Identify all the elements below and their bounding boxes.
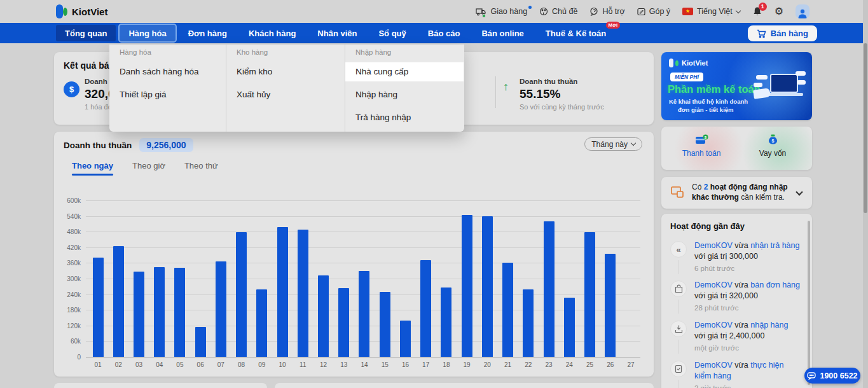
free-badge: MIỄN PHÍ [670,73,703,81]
palette-icon [539,7,548,16]
nav-khach-hang[interactable]: Khách hàng [240,25,305,41]
import-tray-icon [670,321,687,337]
money-bag-icon: $ [768,134,778,145]
chart-bar-day-11 [298,230,308,357]
activity-user-link[interactable]: DemoKOV [694,241,733,250]
quick-actions-card: $ Thanh toán $ Vay vốn [661,127,812,170]
nav-bao-cao[interactable]: Báo cáo [419,25,469,41]
chart-xtick-label: 25 [580,361,600,368]
menu-item-nhap-hang[interactable]: Nhập hàng [345,85,464,104]
chart-xtick-label: 18 [436,361,457,368]
return-arrows-icon: « [670,241,687,258]
document-check-icon [670,361,687,377]
new-badge: Mới [606,22,621,29]
language-selector[interactable]: ★ Tiếng Việt [682,7,740,16]
menu-column-title: Hàng hóa [109,48,226,59]
activity-user-link[interactable]: DemoKOV [694,361,733,370]
chart-xtick-label: 10 [272,361,293,368]
chart-bar-day-05 [174,268,185,357]
user-avatar[interactable] [796,4,809,18]
bottom-card [275,383,654,388]
chart-bar-day-12 [318,275,329,357]
banner-line2: đơn giản - tiết kiệm [678,106,734,113]
chart-xtick-label: 27 [621,361,641,368]
net-revenue-value: 55.15% [520,87,560,101]
support-label: Hỗ trợ [602,7,624,16]
activity-time: 6 phút trước [694,265,801,272]
brand-logo[interactable]: KiotViet [56,4,107,18]
chart-bar-day-01 [93,258,104,357]
truck-icon [476,8,486,16]
activity-user-link[interactable]: DemoKOV [694,281,733,289]
activity-scrollbar[interactable] [808,221,810,385]
chart-bar-day-26 [605,254,616,357]
nav-nhan-vien[interactable]: Nhân viên [308,25,366,41]
support-menu[interactable]: Hỗ trợ [589,7,624,16]
hotline-chat-button[interactable]: 1900 6522 [804,368,860,384]
tab-theo-ngay[interactable]: Theo ngày [72,161,113,176]
notifications-button[interactable]: 1 [752,6,762,17]
activity-time: 2 giờ trước [694,384,801,388]
loan-action[interactable]: $ Vay vốn [744,134,801,158]
menu-item-kiem-kho[interactable]: Kiểm kho [226,62,345,81]
activity-time: 28 phút trước [694,304,801,312]
settings-gear-icon[interactable]: ⚙ [775,6,783,17]
nav-thue-ke-toan[interactable]: Thuế & Kế toán Mới [537,25,615,41]
revenue-chart-card: Doanh thu thuần 9,256,000 Tháng này Theo… [54,132,654,377]
payment-action[interactable]: $ Thanh toán [673,134,730,158]
nav-hang-hoa[interactable]: Hàng hóa [120,25,175,41]
menu-item-danh-sach-hang-hoa[interactable]: Danh sách hàng hóa [109,62,226,81]
chart-xtick-label: 23 [539,361,559,368]
chart-bar-day-18 [441,288,451,357]
alert-count: 2 [704,183,708,191]
nav-ban-online[interactable]: Bán online [472,25,532,41]
delivery-menu[interactable]: Giao hàng [476,7,527,16]
nav-tong-quan[interactable]: Tổng quan [56,25,116,41]
nav-so-quy[interactable]: Sổ quỹ [369,25,415,41]
chat-bubble-icon [589,7,598,16]
activity-user-link[interactable]: DemoKOV [694,321,733,329]
dollar-coin-icon: $ [64,81,79,97]
recent-activity-title: Hoạt động gần đây [670,221,745,231]
chart-xtick-label: 17 [416,361,436,368]
chevron-down-icon[interactable] [796,188,803,195]
chart-gridline [86,357,640,357]
accounting-promo-banner[interactable]: KiotViet MIỄN PHÍ Phần mềm kế toán Kê kh… [661,52,812,120]
chevron-down-icon [631,141,636,146]
menu-item-nha-cung-cap[interactable]: Nhà cung cấp [345,62,464,81]
menu-item-tra-hang-nhap[interactable]: Trả hàng nhập [345,108,464,127]
menu-item-thiet-lap-gia[interactable]: Thiết lập giá [109,85,226,104]
feedback-menu[interactable]: Góp ý [637,7,670,16]
menu-item-xuat-huy[interactable]: Xuất hủy [226,85,345,104]
banner-line1: Kê khai thuế hộ kinh doanh [669,98,748,105]
chart-bar-day-14 [359,271,369,357]
chart-xtick-label: 20 [477,361,497,368]
activity-action-link[interactable]: nhận trả hàng [750,241,799,250]
net-revenue-sub: So với cùng kỳ tháng trước [520,103,604,111]
sell-button[interactable]: Bán hàng [748,25,817,41]
activity-action-link[interactable]: nhập hàng [750,321,788,329]
chart-bar-day-13 [338,288,349,357]
tab-theo-gio[interactable]: Theo giờ [132,161,165,176]
login-alert-card[interactable]: Có 2 hoạt động đăng nhập khác thường cần… [661,177,812,209]
chart-xtick-label: 21 [498,361,518,368]
net-revenue-label: Doanh thu thuần [520,78,577,85]
tab-theo-thu[interactable]: Theo thứ [184,161,218,176]
top-header: KiotViet Giao hàng Chủ đề [0,0,863,23]
activity-action-link[interactable]: bán đơn hàng [750,281,800,289]
cart-icon [757,29,766,38]
chart-ytick-label: 120k [54,322,81,329]
chart-bar-day-23 [544,221,555,357]
stat-divider [495,76,496,108]
chart-total-badge[interactable]: 9,256,000 [139,138,193,152]
payment-label: Thanh toán [682,149,721,158]
kiotviet-logo-icon [669,59,673,67]
nav-don-hang[interactable]: Đơn hàng [179,25,236,41]
period-filter-button[interactable]: Tháng này [584,137,642,151]
theme-menu[interactable]: Chủ đề [539,7,577,16]
chart-xtick-label: 05 [170,361,190,368]
delivery-label: Giao hàng [490,7,527,16]
activity-item: DemoKOV vừa bán đơn hàng với giá trị 320… [670,280,801,312]
chart-xtick-label: 09 [252,361,272,368]
browser-scrollbar-thumb[interactable] [864,43,867,213]
